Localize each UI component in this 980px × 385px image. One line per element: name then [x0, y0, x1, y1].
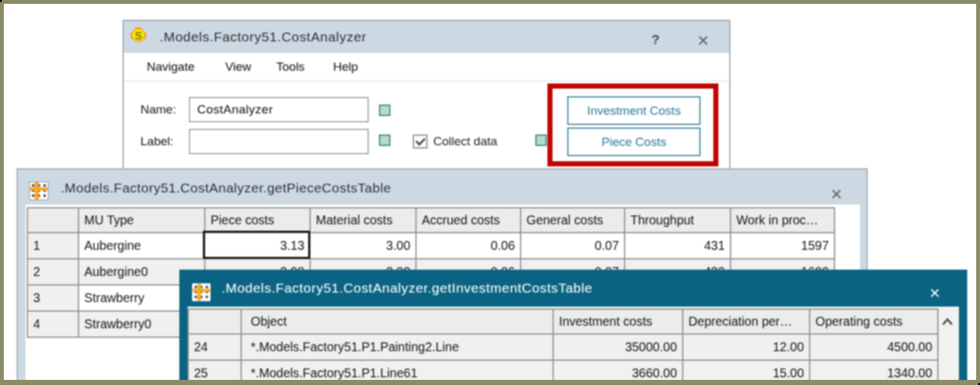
svg-text:S: S [135, 30, 142, 42]
